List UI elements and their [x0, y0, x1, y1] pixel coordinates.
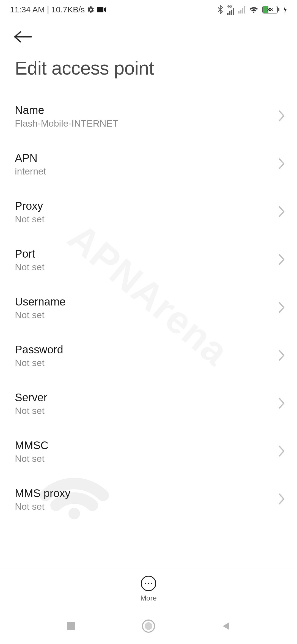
signal-sim2 — [238, 6, 245, 13]
svg-rect-3 — [67, 622, 75, 630]
gear-icon — [87, 6, 95, 13]
status-bar: 11:34 AM | 10.7KB/s 4G — [0, 0, 297, 19]
setting-mmsc[interactable]: MMSC Not set — [0, 428, 297, 476]
setting-port[interactable]: Port Not set — [0, 236, 297, 284]
setting-value: Not set — [15, 405, 47, 416]
chevron-right-icon — [278, 253, 285, 267]
bottom-action-bar: More — [0, 570, 297, 608]
setting-password[interactable]: Password Not set — [0, 332, 297, 380]
camera-icon — [97, 6, 106, 13]
setting-value: Not set — [15, 310, 66, 320]
setting-label: APN — [15, 152, 46, 164]
setting-label: Port — [15, 248, 45, 260]
setting-label: Proxy — [15, 200, 45, 212]
setting-mms-proxy[interactable]: MMS proxy Not set — [0, 476, 297, 523]
setting-proxy[interactable]: Proxy Not set — [0, 188, 297, 236]
battery-percent: 38 — [267, 7, 273, 13]
nav-back-button[interactable] — [221, 621, 232, 632]
setting-value: internet — [15, 166, 46, 177]
chevron-right-icon — [278, 158, 285, 171]
more-button[interactable] — [141, 576, 156, 591]
signal-sim1: 4G — [227, 4, 234, 15]
setting-label: Server — [15, 391, 47, 404]
setting-value: Not set — [15, 262, 45, 272]
status-separator: | — [47, 5, 49, 14]
chevron-right-icon — [278, 349, 285, 362]
setting-name[interactable]: Name Flash-Mobile-INTERNET — [0, 92, 297, 140]
bluetooth-icon — [217, 5, 223, 14]
signal-bars-icon — [227, 7, 234, 15]
chevron-right-icon — [278, 445, 285, 458]
setting-label: Password — [15, 343, 63, 356]
battery-indicator: 38 — [262, 6, 279, 13]
chevron-right-icon — [278, 206, 285, 219]
chevron-right-icon — [278, 493, 285, 506]
back-button[interactable] — [13, 30, 284, 43]
page-title: Edit access point — [0, 46, 297, 92]
chevron-right-icon — [278, 301, 285, 315]
setting-value: Not set — [15, 453, 48, 464]
navigation-bar — [0, 608, 297, 644]
chevron-right-icon — [278, 397, 285, 410]
status-time: 11:34 AM — [10, 5, 45, 14]
status-network-speed: 10.7KB/s — [51, 5, 85, 14]
svg-rect-0 — [97, 7, 103, 12]
setting-label: Username — [15, 296, 66, 308]
wifi-icon — [249, 6, 258, 13]
charging-icon — [283, 6, 287, 13]
signal-bars-muted-icon — [238, 6, 245, 13]
nav-recents-button[interactable] — [65, 621, 76, 632]
setting-label: Name — [15, 104, 118, 116]
chevron-right-icon — [278, 110, 285, 123]
setting-value: Flash-Mobile-INTERNET — [15, 118, 118, 129]
setting-label: MMSC — [15, 439, 48, 452]
setting-label: MMS proxy — [15, 487, 70, 500]
status-right: 4G 38 — [217, 4, 287, 15]
status-left: 11:34 AM | 10.7KB/s — [10, 5, 106, 14]
setting-server[interactable]: Server Not set — [0, 380, 297, 428]
svg-point-5 — [145, 622, 152, 630]
more-label: More — [140, 594, 156, 602]
setting-value: Not set — [15, 358, 63, 368]
setting-value: Not set — [15, 214, 45, 225]
setting-username[interactable]: Username Not set — [0, 284, 297, 332]
setting-apn[interactable]: APN internet — [0, 140, 297, 188]
setting-value: Not set — [15, 501, 70, 512]
settings-list: Name Flash-Mobile-INTERNET APN internet … — [0, 92, 297, 523]
nav-home-button[interactable] — [141, 619, 156, 633]
